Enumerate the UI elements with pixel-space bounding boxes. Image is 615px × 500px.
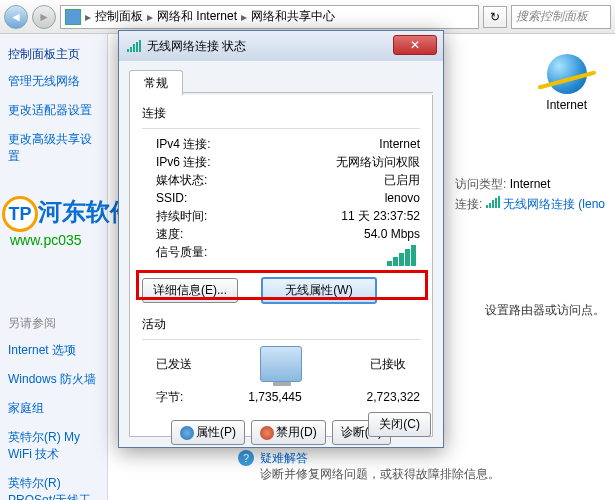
sidebar-link-adapter[interactable]: 更改适配器设置: [8, 102, 99, 119]
access-type-label: 访问类型:: [455, 177, 506, 191]
breadcrumb-item[interactable]: 网络和共享中心: [251, 8, 335, 25]
address-bar: ◄ ► ▸ 控制面板 ▸ 网络和 Internet ▸ 网络和共享中心 ↻ 搜索…: [0, 0, 615, 34]
sent-label: 已发送: [156, 356, 192, 373]
media-value: 已启用: [384, 171, 420, 189]
help-icon: ?: [238, 450, 254, 466]
ssid-value: lenovo: [385, 189, 420, 207]
close-button[interactable]: ✕: [393, 35, 437, 55]
chevron-right-icon: ▸: [239, 10, 249, 24]
back-button[interactable]: ◄: [4, 5, 28, 29]
signal-icon: [127, 40, 141, 52]
sidebar-title: 控制面板主页: [8, 46, 99, 63]
watermark-url: www.pc035: [10, 232, 82, 248]
bytes-label: 字节:: [156, 388, 183, 406]
sidebar-link-inet-options[interactable]: Internet 选项: [8, 342, 99, 359]
dialog-title-text: 无线网络连接 状态: [147, 38, 246, 55]
section-activity: 活动 已发送 已接收 字节: 1,735,445 2,723,322: [142, 316, 420, 406]
connection-label: 连接:: [455, 197, 482, 211]
dialog-titlebar[interactable]: 无线网络连接 状态 ✕: [119, 31, 443, 61]
bytes-recv: 2,723,322: [367, 388, 420, 406]
ipv6-value: 无网络访问权限: [336, 153, 420, 171]
details-button[interactable]: 详细信息(E)...: [142, 278, 238, 303]
bytes-sent: 1,735,445: [183, 388, 366, 406]
tab-general[interactable]: 常规: [129, 70, 183, 97]
breadcrumb-item[interactable]: 网络和 Internet: [157, 8, 237, 25]
troubleshoot-link[interactable]: ?疑难解答: [238, 450, 308, 467]
sidebar-link-intel-proset[interactable]: 英特尔(R) PROSet/无线工具: [8, 475, 99, 500]
computer-icon: [260, 346, 302, 382]
signal-bars-icon: [386, 245, 420, 271]
sidebar-see-also: 另请参阅: [8, 315, 99, 332]
troubleshoot-desc: 诊断并修复网络问题，或获得故障排除信息。: [260, 466, 500, 483]
section-connection-label: 连接: [142, 105, 420, 122]
speed-value: 54.0 Mbps: [364, 225, 420, 243]
signal-icon: [486, 196, 500, 208]
network-info: 访问类型: Internet 连接: 无线网络连接 (leno: [455, 174, 605, 214]
sidebar-link-homegroup[interactable]: 家庭组: [8, 400, 99, 417]
speed-label: 速度:: [156, 225, 183, 243]
breadcrumb[interactable]: ▸ 控制面板 ▸ 网络和 Internet ▸ 网络和共享中心: [60, 5, 479, 29]
forward-button[interactable]: ►: [32, 5, 56, 29]
duration-label: 持续时间:: [156, 207, 207, 225]
activity-label: 活动: [142, 316, 420, 333]
ipv4-value: Internet: [379, 135, 420, 153]
shield-icon: [260, 426, 274, 440]
ipv4-label: IPv4 连接:: [156, 135, 211, 153]
properties-button[interactable]: 属性(P): [171, 420, 245, 445]
control-panel-icon: [65, 9, 81, 25]
sidebar-link-sharing[interactable]: 更改高级共享设置: [8, 131, 99, 165]
sidebar-link-firewall[interactable]: Windows 防火墙: [8, 371, 99, 388]
sidebar-link-intel-mywifi[interactable]: 英特尔(R) My WiFi 技术: [8, 429, 99, 463]
duration-value: 11 天 23:37:52: [341, 207, 420, 225]
divider: [142, 128, 420, 129]
close-dialog-button[interactable]: 关闭(C): [368, 412, 431, 437]
properties-label: 属性(P): [196, 425, 236, 439]
disable-label: 禁用(D): [276, 425, 317, 439]
chevron-right-icon: ▸: [145, 10, 155, 24]
wireless-properties-button[interactable]: 无线属性(W): [261, 277, 376, 304]
recv-label: 已接收: [370, 356, 406, 373]
divider: [142, 339, 420, 340]
media-label: 媒体状态:: [156, 171, 207, 189]
troubleshoot-label: 疑难解答: [260, 451, 308, 465]
tab-row: 常规: [129, 69, 433, 93]
sidebar-link-manage-wifi[interactable]: 管理无线网络: [8, 73, 99, 90]
disable-button[interactable]: 禁用(D): [251, 420, 326, 445]
search-input[interactable]: 搜索控制面板: [511, 5, 611, 29]
connection-link[interactable]: 无线网络连接 (leno: [503, 197, 605, 211]
signal-label: 信号质量:: [156, 243, 207, 271]
shield-icon: [180, 426, 194, 440]
setup-hint: 设置路由器或访问点。: [485, 302, 605, 319]
refresh-button[interactable]: ↻: [483, 6, 507, 28]
search-placeholder: 搜索控制面板: [516, 8, 588, 25]
access-type-value: Internet: [510, 177, 551, 191]
ssid-label: SSID:: [156, 189, 187, 207]
sidebar: 控制面板主页 管理无线网络 更改适配器设置 更改高级共享设置 另请参阅 Inte…: [0, 34, 108, 500]
dialog-footer: 关闭(C): [368, 412, 431, 437]
status-dialog: 无线网络连接 状态 ✕ 常规 连接 IPv4 连接:Internet IPv6 …: [118, 30, 444, 448]
breadcrumb-item[interactable]: 控制面板: [95, 8, 143, 25]
internet-label: Internet: [546, 98, 587, 112]
ipv6-label: IPv6 连接:: [156, 153, 211, 171]
chevron-right-icon: ▸: [83, 10, 93, 24]
dialog-panel: 连接 IPv4 连接:Internet IPv6 连接:无网络访问权限 媒体状态…: [129, 95, 433, 437]
dialog-body: 常规 连接 IPv4 连接:Internet IPv6 连接:无网络访问权限 媒…: [119, 61, 443, 445]
